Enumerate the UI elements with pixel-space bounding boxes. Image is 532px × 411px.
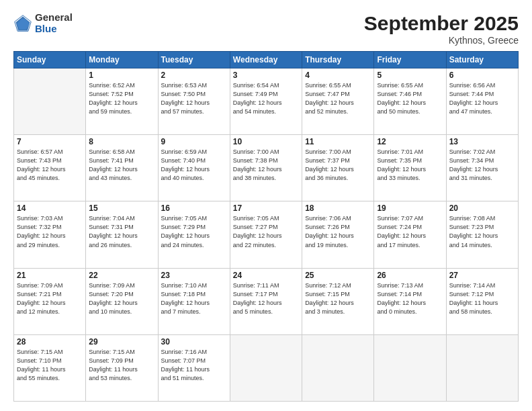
day-info: Sunrise: 7:07 AMSunset: 7:24 PMDaylight:… — [377, 214, 443, 249]
logo-icon — [13, 14, 32, 33]
day-info: Sunrise: 7:11 AMSunset: 7:17 PMDaylight:… — [233, 281, 299, 316]
day-info: Sunrise: 7:06 AMSunset: 7:26 PMDaylight:… — [305, 214, 371, 249]
day-number: 13 — [449, 137, 515, 146]
calendar-day-cell — [230, 334, 302, 401]
calendar-day-cell: 3Sunrise: 6:54 AMSunset: 7:49 PMDaylight… — [230, 68, 302, 135]
day-info: Sunrise: 7:08 AMSunset: 7:23 PMDaylight:… — [449, 214, 515, 249]
day-info: Sunrise: 7:10 AMSunset: 7:18 PMDaylight:… — [161, 281, 227, 316]
calendar-week-row: 7Sunrise: 6:57 AMSunset: 7:43 PMDaylight… — [14, 135, 519, 201]
day-info: Sunrise: 7:09 AMSunset: 7:20 PMDaylight:… — [89, 281, 154, 316]
day-number: 10 — [233, 137, 299, 146]
day-info: Sunrise: 6:52 AMSunset: 7:52 PMDaylight:… — [89, 81, 154, 116]
day-number: 18 — [305, 203, 371, 213]
day-number: 22 — [89, 271, 154, 280]
calendar-day-cell: 2Sunrise: 6:53 AMSunset: 7:50 PMDaylight… — [158, 68, 230, 135]
weekday-cell: Saturday — [446, 52, 518, 68]
calendar-week-row: 14Sunrise: 7:03 AMSunset: 7:32 PMDayligh… — [14, 201, 519, 268]
day-number: 29 — [89, 337, 154, 347]
day-info: Sunrise: 7:16 AMSunset: 7:07 PMDaylight:… — [161, 348, 227, 383]
calendar-day-cell: 23Sunrise: 7:10 AMSunset: 7:18 PMDayligh… — [158, 268, 230, 334]
logo-blue: Blue — [35, 24, 73, 35]
weekday-cell: Thursday — [302, 52, 374, 68]
calendar-day-cell: 6Sunrise: 6:56 AMSunset: 7:44 PMDaylight… — [446, 68, 518, 135]
calendar-day-cell: 9Sunrise: 6:59 AMSunset: 7:40 PMDaylight… — [158, 135, 230, 201]
day-number: 24 — [233, 271, 299, 280]
weekday-cell: Tuesday — [158, 52, 230, 68]
day-number: 1 — [89, 71, 154, 80]
calendar-day-cell: 29Sunrise: 7:15 AMSunset: 7:09 PMDayligh… — [86, 334, 158, 401]
weekday-cell: Friday — [374, 52, 446, 68]
weekday-cell: Sunday — [14, 52, 86, 68]
day-number: 7 — [17, 137, 83, 146]
calendar-day-cell: 17Sunrise: 7:05 AMSunset: 7:27 PMDayligh… — [230, 201, 302, 268]
calendar-day-cell: 13Sunrise: 7:02 AMSunset: 7:34 PMDayligh… — [446, 135, 518, 201]
page: General Blue September 2025 Kythnos, Gre… — [0, 0, 532, 411]
day-info: Sunrise: 7:15 AMSunset: 7:09 PMDaylight:… — [89, 348, 154, 383]
calendar-day-cell: 20Sunrise: 7:08 AMSunset: 7:23 PMDayligh… — [446, 201, 518, 268]
weekday-cell: Monday — [86, 52, 158, 68]
day-number: 8 — [89, 137, 154, 146]
calendar-day-cell: 1Sunrise: 6:52 AMSunset: 7:52 PMDaylight… — [86, 68, 158, 135]
day-number: 28 — [17, 337, 83, 347]
day-info: Sunrise: 6:56 AMSunset: 7:44 PMDaylight:… — [449, 81, 515, 116]
day-number: 6 — [449, 71, 515, 80]
day-number: 15 — [89, 203, 154, 213]
calendar-day-cell — [374, 334, 446, 401]
day-info: Sunrise: 6:57 AMSunset: 7:43 PMDaylight:… — [17, 148, 83, 183]
calendar-day-cell: 18Sunrise: 7:06 AMSunset: 7:26 PMDayligh… — [302, 201, 374, 268]
calendar-day-cell: 21Sunrise: 7:09 AMSunset: 7:21 PMDayligh… — [14, 268, 86, 334]
day-info: Sunrise: 6:53 AMSunset: 7:50 PMDaylight:… — [161, 81, 227, 116]
calendar-day-cell — [14, 68, 86, 135]
logo: General Blue — [13, 12, 73, 34]
day-info: Sunrise: 6:59 AMSunset: 7:40 PMDaylight:… — [161, 148, 227, 183]
day-number: 2 — [161, 71, 227, 80]
calendar-day-cell: 24Sunrise: 7:11 AMSunset: 7:17 PMDayligh… — [230, 268, 302, 334]
calendar-day-cell — [302, 334, 374, 401]
day-info: Sunrise: 6:58 AMSunset: 7:41 PMDaylight:… — [89, 148, 154, 183]
calendar-day-cell: 7Sunrise: 6:57 AMSunset: 7:43 PMDaylight… — [14, 135, 86, 201]
calendar-day-cell: 25Sunrise: 7:12 AMSunset: 7:15 PMDayligh… — [302, 268, 374, 334]
day-info: Sunrise: 7:14 AMSunset: 7:12 PMDaylight:… — [449, 281, 515, 316]
day-number: 26 — [377, 271, 443, 280]
day-info: Sunrise: 7:12 AMSunset: 7:15 PMDaylight:… — [305, 281, 371, 316]
calendar-day-cell — [446, 334, 518, 401]
calendar-day-cell: 19Sunrise: 7:07 AMSunset: 7:24 PMDayligh… — [374, 201, 446, 268]
day-info: Sunrise: 6:54 AMSunset: 7:49 PMDaylight:… — [233, 81, 299, 116]
calendar-day-cell: 11Sunrise: 7:00 AMSunset: 7:37 PMDayligh… — [302, 135, 374, 201]
day-info: Sunrise: 6:55 AMSunset: 7:46 PMDaylight:… — [377, 81, 443, 116]
day-number: 11 — [305, 137, 371, 146]
calendar-day-cell: 14Sunrise: 7:03 AMSunset: 7:32 PMDayligh… — [14, 201, 86, 268]
day-info: Sunrise: 7:09 AMSunset: 7:21 PMDaylight:… — [17, 281, 83, 316]
day-number: 25 — [305, 271, 371, 280]
day-number: 20 — [449, 203, 515, 213]
day-info: Sunrise: 7:01 AMSunset: 7:35 PMDaylight:… — [377, 148, 443, 183]
logo-general: General — [35, 12, 73, 24]
calendar-day-cell: 8Sunrise: 6:58 AMSunset: 7:41 PMDaylight… — [86, 135, 158, 201]
day-number: 27 — [449, 271, 515, 280]
day-number: 19 — [377, 203, 443, 213]
day-number: 9 — [161, 137, 227, 146]
calendar-day-cell: 5Sunrise: 6:55 AMSunset: 7:46 PMDaylight… — [374, 68, 446, 135]
day-info: Sunrise: 7:05 AMSunset: 7:27 PMDaylight:… — [233, 214, 299, 249]
calendar-day-cell: 12Sunrise: 7:01 AMSunset: 7:35 PMDayligh… — [374, 135, 446, 201]
calendar-day-cell: 15Sunrise: 7:04 AMSunset: 7:31 PMDayligh… — [86, 201, 158, 268]
calendar-day-cell: 22Sunrise: 7:09 AMSunset: 7:20 PMDayligh… — [86, 268, 158, 334]
title-block: September 2025 Kythnos, Greece — [364, 12, 519, 46]
day-info: Sunrise: 7:04 AMSunset: 7:31 PMDaylight:… — [89, 214, 154, 249]
weekday-cell: Wednesday — [230, 52, 302, 68]
top-header: General Blue September 2025 Kythnos, Gre… — [13, 12, 519, 46]
day-number: 14 — [17, 203, 83, 213]
day-number: 12 — [377, 137, 443, 146]
weekday-header-row: SundayMondayTuesdayWednesdayThursdayFrid… — [14, 52, 519, 68]
day-info: Sunrise: 7:05 AMSunset: 7:29 PMDaylight:… — [161, 214, 227, 249]
day-number: 16 — [161, 203, 227, 213]
calendar-table: SundayMondayTuesdayWednesdayThursdayFrid… — [13, 51, 519, 402]
calendar-week-row: 21Sunrise: 7:09 AMSunset: 7:21 PMDayligh… — [14, 268, 519, 334]
calendar-day-cell: 4Sunrise: 6:55 AMSunset: 7:47 PMDaylight… — [302, 68, 374, 135]
day-number: 5 — [377, 71, 443, 80]
calendar-day-cell: 28Sunrise: 7:15 AMSunset: 7:10 PMDayligh… — [14, 334, 86, 401]
day-info: Sunrise: 7:02 AMSunset: 7:34 PMDaylight:… — [449, 148, 515, 183]
day-info: Sunrise: 7:13 AMSunset: 7:14 PMDaylight:… — [377, 281, 443, 316]
day-info: Sunrise: 7:00 AMSunset: 7:38 PMDaylight:… — [233, 148, 299, 183]
day-number: 4 — [305, 71, 371, 80]
